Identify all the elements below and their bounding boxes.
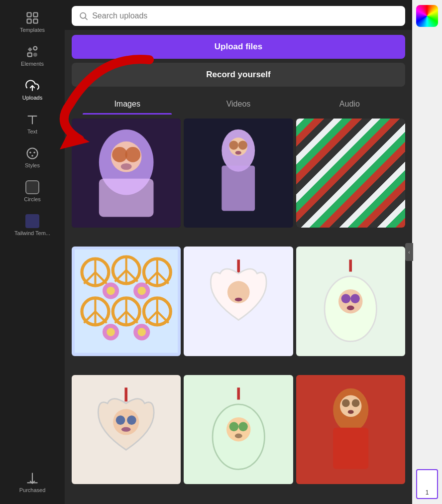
svg-point-80 <box>238 422 248 431</box>
svg-point-73 <box>116 415 125 425</box>
search-area <box>65 0 412 30</box>
image-grid <box>65 115 412 504</box>
svg-point-11 <box>29 152 31 154</box>
svg-point-26 <box>229 140 238 149</box>
tailwind-icon <box>25 214 39 228</box>
svg-point-4 <box>33 47 37 50</box>
grid-icon <box>25 11 39 25</box>
svg-rect-83 <box>333 427 368 469</box>
search-input[interactable] <box>92 11 398 20</box>
svg-point-15 <box>80 13 86 18</box>
grid-item-4[interactable] <box>72 247 181 356</box>
svg-rect-2 <box>27 19 31 23</box>
svg-point-74 <box>127 415 137 425</box>
svg-rect-24 <box>222 165 255 211</box>
svg-point-68 <box>341 294 351 303</box>
svg-point-6 <box>33 53 37 57</box>
sidebar-tailwind-label: Tailwind Tem... <box>14 230 50 236</box>
sidebar-item-templates[interactable]: Templates <box>5 5 60 39</box>
svg-point-81 <box>235 434 242 438</box>
sidebar-templates-label: Templates <box>20 27 45 33</box>
grid-item-3[interactable] <box>296 119 405 228</box>
record-yourself-button[interactable]: Record yourself <box>72 63 405 87</box>
svg-point-12 <box>33 152 35 154</box>
grid-item-5[interactable] <box>184 247 293 356</box>
chevron-left-icon: ‹ <box>408 250 410 255</box>
palette-icon <box>25 146 39 160</box>
page-thumbnail[interactable]: 1 <box>416 469 438 499</box>
sidebar-text-label: Text <box>27 128 37 134</box>
search-icon <box>79 11 88 21</box>
tab-audio[interactable]: Audio <box>294 95 405 115</box>
grid-item-2[interactable] <box>184 119 293 228</box>
upload-files-button[interactable]: Upload files <box>72 35 405 59</box>
svg-point-10 <box>27 148 38 159</box>
svg-point-69 <box>350 294 360 303</box>
svg-point-85 <box>342 399 350 407</box>
svg-point-20 <box>112 147 127 162</box>
upload-cloud-icon <box>25 79 39 93</box>
panel-collapse-button[interactable]: ‹ <box>405 243 413 261</box>
sidebar-styles-label: Styles <box>25 162 40 168</box>
svg-rect-0 <box>27 13 31 17</box>
sidebar-purchased-label: Purchased <box>19 487 46 493</box>
svg-point-27 <box>238 140 247 149</box>
main-panel: Upload files Record yourself Images Vide… <box>65 0 412 504</box>
right-panel: 1 <box>412 0 442 504</box>
grid-item-1[interactable] <box>72 119 181 228</box>
elements-icon <box>25 45 39 59</box>
sidebar-uploads-label: Uploads <box>22 95 42 101</box>
circles-icon <box>25 180 39 194</box>
svg-point-13 <box>31 155 33 157</box>
color-wheel-button[interactable] <box>416 5 438 27</box>
text-icon <box>25 113 39 126</box>
svg-rect-3 <box>33 19 37 23</box>
sidebar-item-text[interactable]: Text <box>5 107 60 140</box>
svg-line-16 <box>85 18 87 20</box>
svg-point-61 <box>137 328 146 337</box>
sidebar: Templates Elements Uploads <box>0 0 65 504</box>
tab-videos[interactable]: Videos <box>183 95 294 115</box>
buttons-area: Upload files Record yourself <box>65 30 412 92</box>
page-number: 1 <box>426 489 429 496</box>
svg-point-57 <box>137 287 146 295</box>
grid-item-9[interactable] <box>296 375 405 484</box>
sidebar-item-purchased[interactable]: Purchased <box>5 465 60 499</box>
svg-point-21 <box>125 147 140 162</box>
svg-rect-5 <box>28 53 32 56</box>
svg-point-22 <box>121 163 132 170</box>
svg-point-64 <box>235 298 242 301</box>
sidebar-item-circles[interactable]: Circles <box>5 174 60 208</box>
svg-point-55 <box>107 287 115 295</box>
svg-point-79 <box>229 422 238 431</box>
svg-rect-18 <box>99 179 154 217</box>
svg-point-28 <box>235 151 241 155</box>
grid-item-7[interactable] <box>72 375 181 484</box>
svg-point-86 <box>351 399 359 407</box>
search-wrapper <box>72 6 405 26</box>
sidebar-item-styles[interactable]: Styles <box>5 140 60 174</box>
sidebar-circles-label: Circles <box>24 196 41 202</box>
tab-images[interactable]: Images <box>72 95 183 115</box>
svg-point-87 <box>347 410 353 414</box>
svg-point-59 <box>107 328 115 337</box>
sidebar-item-elements[interactable]: Elements <box>5 39 60 73</box>
svg-rect-1 <box>33 13 37 17</box>
sidebar-item-uploads[interactable]: Uploads <box>5 73 60 107</box>
tabs-bar: Images Videos Audio <box>65 92 412 115</box>
grid-item-8[interactable] <box>184 375 293 484</box>
sidebar-elements-label: Elements <box>21 61 44 67</box>
svg-point-75 <box>121 427 131 432</box>
download-icon <box>25 471 39 485</box>
svg-point-70 <box>347 305 354 310</box>
grid-item-6[interactable] <box>296 247 405 356</box>
sidebar-item-tailwind[interactable]: Tailwind Tem... <box>5 208 60 242</box>
